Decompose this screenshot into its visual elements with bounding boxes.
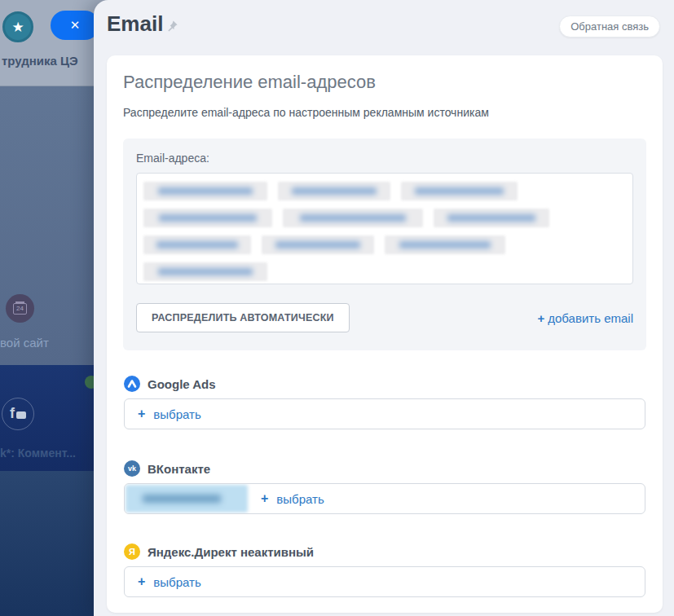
source-section-google-ads: Google Ads + выбрать (124, 376, 645, 429)
select-label: выбрать (276, 492, 324, 506)
redacted-email-chip (283, 209, 423, 227)
comment-bubble-icon (16, 411, 26, 419)
distribution-card: Распределение email-адресов Распределите… (107, 55, 663, 613)
pin-icon[interactable] (165, 20, 178, 33)
background-mid-region (0, 86, 94, 365)
page-title: Email (107, 11, 163, 37)
distribute-automatically-button[interactable]: РАСПРЕДЕЛИТЬ АВТОМАТИЧЕСКИ (136, 303, 350, 332)
add-email-label: добавить email (548, 311, 633, 325)
email-addresses-label: Email-адреса: (136, 152, 633, 165)
redacted-email-chip (278, 182, 390, 200)
star-icon: ★ (11, 19, 24, 36)
feedback-button[interactable]: Обратная связь (559, 15, 660, 37)
email-panel: Email Обратная связь Распределение email… (94, 0, 674, 616)
google-ads-select-box[interactable]: + выбрать (124, 398, 645, 429)
source-label: Яндекс.Директ неактивный (148, 545, 314, 559)
select-label: выбрать (153, 575, 200, 589)
source-section-yandex-direct: Я Яндекс.Директ неактивный + выбрать (124, 543, 645, 597)
plus-icon: + (538, 311, 545, 325)
source-label: Google Ads (148, 377, 216, 391)
source-label: ВКонтакте (148, 462, 210, 476)
facebook-comments-icon[interactable]: f (2, 398, 34, 430)
source-header: vk ВКонтакте (124, 460, 645, 477)
email-chip-row (143, 258, 626, 284)
select-label: выбрать (153, 407, 200, 421)
vk-icon: vk (124, 460, 140, 477)
redacted-selected-chip (126, 485, 248, 513)
google-ads-icon (124, 376, 140, 392)
redacted-email-chip (143, 209, 272, 227)
redacted-email-chip (385, 235, 505, 254)
email-chips-box[interactable] (136, 173, 633, 284)
card-title: Распределение email-адресов (123, 72, 376, 93)
email-addresses-section: Email-адреса: РАСПРЕДЕЛИТЬ АВТОМАТИЧЕСКИ… (123, 139, 646, 350)
yandex-select-box[interactable]: + выбрать (124, 566, 645, 597)
calendar-widget-icon[interactable]: 24 (6, 294, 34, 323)
email-actions-row: РАСПРЕДЕЛИТЬ АВТОМАТИЧЕСКИ +добавить ema… (136, 303, 633, 332)
feedback-button-label: Обратная связь (570, 20, 649, 33)
background-bottom-region (0, 471, 94, 616)
source-header: Google Ads (124, 376, 645, 392)
background-partial-text-site: вой сайт (0, 336, 49, 350)
background-partial-text-member: трудника ЦЭ (2, 54, 78, 68)
background-divider (0, 86, 94, 86)
plus-icon: + (138, 574, 145, 589)
calendar-icon: 24 (13, 303, 27, 315)
plus-icon: + (261, 491, 268, 506)
source-header: Я Яндекс.Директ неактивный (124, 543, 645, 560)
redacted-email-chip (434, 209, 549, 227)
redacted-email-chip (143, 262, 267, 281)
source-section-vkontakte: vk ВКонтакте + выбрать (124, 460, 645, 514)
add-email-link[interactable]: +добавить email (538, 311, 634, 325)
close-icon: ✕ (70, 18, 81, 33)
card-subtitle: Распределите email-адреса по настроенным… (123, 106, 489, 119)
redacted-email-chip (401, 182, 518, 200)
facebook-f-icon: f (10, 405, 15, 422)
plus-icon: + (138, 407, 145, 421)
redacted-email-chip (143, 182, 267, 200)
vk-select-box[interactable]: + выбрать (124, 483, 645, 514)
background-partial-text-comments: k*: Коммент... (0, 447, 76, 460)
redacted-email-chip (262, 235, 374, 254)
email-chip-row (143, 205, 626, 231)
yandex-icon: Я (124, 543, 140, 560)
redacted-email-chip (143, 235, 251, 254)
close-panel-button[interactable]: ✕ (51, 11, 99, 40)
email-chip-row (143, 231, 626, 258)
email-chip-row (143, 178, 626, 205)
star-avatar-icon[interactable]: ★ (2, 11, 33, 42)
